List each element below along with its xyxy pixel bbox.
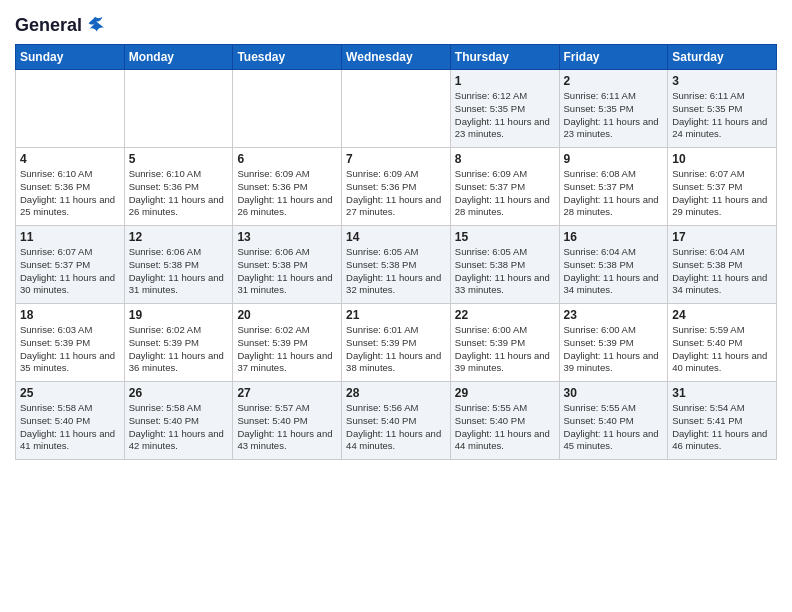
calendar-cell: 10Sunrise: 6:07 AM Sunset: 5:37 PM Dayli… <box>668 148 777 226</box>
calendar-cell: 24Sunrise: 5:59 AM Sunset: 5:40 PM Dayli… <box>668 304 777 382</box>
day-number: 22 <box>455 308 555 322</box>
cell-content: Sunrise: 6:10 AM Sunset: 5:36 PM Dayligh… <box>20 168 120 219</box>
cell-content: Sunrise: 6:06 AM Sunset: 5:38 PM Dayligh… <box>237 246 337 297</box>
day-number: 27 <box>237 386 337 400</box>
day-number: 6 <box>237 152 337 166</box>
cell-content: Sunrise: 6:05 AM Sunset: 5:38 PM Dayligh… <box>455 246 555 297</box>
calendar-cell: 4Sunrise: 6:10 AM Sunset: 5:36 PM Daylig… <box>16 148 125 226</box>
calendar-week-row: 11Sunrise: 6:07 AM Sunset: 5:37 PM Dayli… <box>16 226 777 304</box>
cell-content: Sunrise: 6:07 AM Sunset: 5:37 PM Dayligh… <box>672 168 772 219</box>
cell-content: Sunrise: 6:07 AM Sunset: 5:37 PM Dayligh… <box>20 246 120 297</box>
calendar-week-row: 4Sunrise: 6:10 AM Sunset: 5:36 PM Daylig… <box>16 148 777 226</box>
day-number: 21 <box>346 308 446 322</box>
day-number: 23 <box>564 308 664 322</box>
day-number: 1 <box>455 74 555 88</box>
day-number: 14 <box>346 230 446 244</box>
cell-content: Sunrise: 5:56 AM Sunset: 5:40 PM Dayligh… <box>346 402 446 453</box>
calendar-cell: 29Sunrise: 5:55 AM Sunset: 5:40 PM Dayli… <box>450 382 559 460</box>
calendar-cell <box>124 70 233 148</box>
cell-content: Sunrise: 6:02 AM Sunset: 5:39 PM Dayligh… <box>129 324 229 375</box>
calendar-header-sunday: Sunday <box>16 45 125 70</box>
calendar-cell: 11Sunrise: 6:07 AM Sunset: 5:37 PM Dayli… <box>16 226 125 304</box>
cell-content: Sunrise: 6:00 AM Sunset: 5:39 PM Dayligh… <box>564 324 664 375</box>
calendar-cell: 26Sunrise: 5:58 AM Sunset: 5:40 PM Dayli… <box>124 382 233 460</box>
logo-general-label: General <box>15 15 82 35</box>
day-number: 18 <box>20 308 120 322</box>
calendar-cell: 1Sunrise: 6:12 AM Sunset: 5:35 PM Daylig… <box>450 70 559 148</box>
calendar-cell: 2Sunrise: 6:11 AM Sunset: 5:35 PM Daylig… <box>559 70 668 148</box>
calendar-header-monday: Monday <box>124 45 233 70</box>
calendar-header-row: SundayMondayTuesdayWednesdayThursdayFrid… <box>16 45 777 70</box>
calendar-cell: 27Sunrise: 5:57 AM Sunset: 5:40 PM Dayli… <box>233 382 342 460</box>
cell-content: Sunrise: 5:57 AM Sunset: 5:40 PM Dayligh… <box>237 402 337 453</box>
day-number: 5 <box>129 152 229 166</box>
day-number: 19 <box>129 308 229 322</box>
cell-content: Sunrise: 6:00 AM Sunset: 5:39 PM Dayligh… <box>455 324 555 375</box>
cell-content: Sunrise: 6:09 AM Sunset: 5:37 PM Dayligh… <box>455 168 555 219</box>
cell-content: Sunrise: 6:02 AM Sunset: 5:39 PM Dayligh… <box>237 324 337 375</box>
cell-content: Sunrise: 6:09 AM Sunset: 5:36 PM Dayligh… <box>346 168 446 219</box>
day-number: 26 <box>129 386 229 400</box>
day-number: 10 <box>672 152 772 166</box>
calendar-header-saturday: Saturday <box>668 45 777 70</box>
logo-bird-icon <box>84 14 106 36</box>
day-number: 13 <box>237 230 337 244</box>
calendar-cell: 30Sunrise: 5:55 AM Sunset: 5:40 PM Dayli… <box>559 382 668 460</box>
day-number: 31 <box>672 386 772 400</box>
calendar-header-wednesday: Wednesday <box>342 45 451 70</box>
day-number: 7 <box>346 152 446 166</box>
calendar-cell: 12Sunrise: 6:06 AM Sunset: 5:38 PM Dayli… <box>124 226 233 304</box>
calendar-cell <box>342 70 451 148</box>
cell-content: Sunrise: 6:11 AM Sunset: 5:35 PM Dayligh… <box>672 90 772 141</box>
header: General <box>15 10 777 36</box>
calendar-cell: 25Sunrise: 5:58 AM Sunset: 5:40 PM Dayli… <box>16 382 125 460</box>
day-number: 2 <box>564 74 664 88</box>
cell-content: Sunrise: 5:55 AM Sunset: 5:40 PM Dayligh… <box>564 402 664 453</box>
day-number: 24 <box>672 308 772 322</box>
cell-content: Sunrise: 6:08 AM Sunset: 5:37 PM Dayligh… <box>564 168 664 219</box>
calendar-cell: 8Sunrise: 6:09 AM Sunset: 5:37 PM Daylig… <box>450 148 559 226</box>
calendar-cell <box>233 70 342 148</box>
cell-content: Sunrise: 5:55 AM Sunset: 5:40 PM Dayligh… <box>455 402 555 453</box>
calendar-cell: 28Sunrise: 5:56 AM Sunset: 5:40 PM Dayli… <box>342 382 451 460</box>
calendar-cell <box>16 70 125 148</box>
cell-content: Sunrise: 6:11 AM Sunset: 5:35 PM Dayligh… <box>564 90 664 141</box>
logo-area: General <box>15 14 106 36</box>
cell-content: Sunrise: 6:06 AM Sunset: 5:38 PM Dayligh… <box>129 246 229 297</box>
day-number: 17 <box>672 230 772 244</box>
cell-content: Sunrise: 5:54 AM Sunset: 5:41 PM Dayligh… <box>672 402 772 453</box>
calendar-cell: 13Sunrise: 6:06 AM Sunset: 5:38 PM Dayli… <box>233 226 342 304</box>
calendar-table: SundayMondayTuesdayWednesdayThursdayFrid… <box>15 44 777 460</box>
cell-content: Sunrise: 5:58 AM Sunset: 5:40 PM Dayligh… <box>20 402 120 453</box>
cell-content: Sunrise: 6:05 AM Sunset: 5:38 PM Dayligh… <box>346 246 446 297</box>
calendar-cell: 5Sunrise: 6:10 AM Sunset: 5:36 PM Daylig… <box>124 148 233 226</box>
calendar-week-row: 25Sunrise: 5:58 AM Sunset: 5:40 PM Dayli… <box>16 382 777 460</box>
day-number: 28 <box>346 386 446 400</box>
calendar-cell: 3Sunrise: 6:11 AM Sunset: 5:35 PM Daylig… <box>668 70 777 148</box>
day-number: 29 <box>455 386 555 400</box>
calendar-cell: 22Sunrise: 6:00 AM Sunset: 5:39 PM Dayli… <box>450 304 559 382</box>
day-number: 12 <box>129 230 229 244</box>
day-number: 15 <box>455 230 555 244</box>
cell-content: Sunrise: 6:04 AM Sunset: 5:38 PM Dayligh… <box>564 246 664 297</box>
cell-content: Sunrise: 5:59 AM Sunset: 5:40 PM Dayligh… <box>672 324 772 375</box>
calendar-cell: 16Sunrise: 6:04 AM Sunset: 5:38 PM Dayli… <box>559 226 668 304</box>
day-number: 30 <box>564 386 664 400</box>
day-number: 16 <box>564 230 664 244</box>
cell-content: Sunrise: 6:12 AM Sunset: 5:35 PM Dayligh… <box>455 90 555 141</box>
cell-content: Sunrise: 6:09 AM Sunset: 5:36 PM Dayligh… <box>237 168 337 219</box>
cell-content: Sunrise: 6:10 AM Sunset: 5:36 PM Dayligh… <box>129 168 229 219</box>
logo-text: General <box>15 14 106 36</box>
day-number: 4 <box>20 152 120 166</box>
day-number: 11 <box>20 230 120 244</box>
logo-general-text: General <box>15 15 82 36</box>
calendar-cell: 15Sunrise: 6:05 AM Sunset: 5:38 PM Dayli… <box>450 226 559 304</box>
calendar-cell: 31Sunrise: 5:54 AM Sunset: 5:41 PM Dayli… <box>668 382 777 460</box>
calendar-cell: 23Sunrise: 6:00 AM Sunset: 5:39 PM Dayli… <box>559 304 668 382</box>
cell-content: Sunrise: 6:03 AM Sunset: 5:39 PM Dayligh… <box>20 324 120 375</box>
day-number: 8 <box>455 152 555 166</box>
calendar-header-friday: Friday <box>559 45 668 70</box>
day-number: 25 <box>20 386 120 400</box>
calendar-week-row: 1Sunrise: 6:12 AM Sunset: 5:35 PM Daylig… <box>16 70 777 148</box>
day-number: 3 <box>672 74 772 88</box>
